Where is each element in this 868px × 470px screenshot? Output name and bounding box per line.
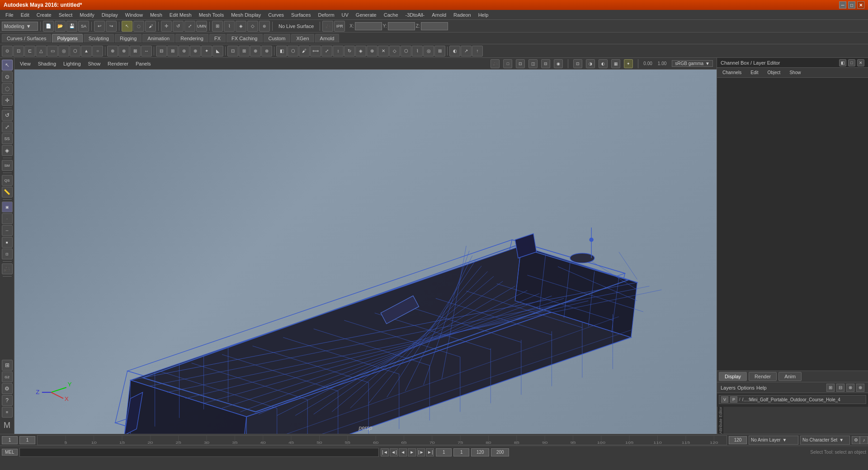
rotate-button[interactable]: ↺ bbox=[2, 110, 13, 121]
panel-btn1[interactable]: ◧ bbox=[839, 59, 846, 66]
measure-button[interactable]: 📏 bbox=[2, 187, 13, 197]
quad-draw-icon[interactable]: ⊞ bbox=[434, 46, 445, 56]
frame-end-input[interactable] bbox=[729, 436, 747, 444]
layer-btn2[interactable]: ⊟ bbox=[836, 384, 844, 392]
maximize-button[interactable]: □ bbox=[848, 1, 855, 9]
poly-boolean-icon[interactable]: ⊠ bbox=[130, 46, 141, 56]
paint-select-button[interactable]: ⊙ bbox=[2, 71, 13, 82]
go-to-start-button[interactable]: |◄ bbox=[381, 448, 389, 456]
menu-edit-mesh[interactable]: Edit Mesh bbox=[166, 11, 195, 19]
layer-btn4[interactable]: ⊕ bbox=[856, 384, 864, 392]
render-button[interactable]: 🎥 bbox=[322, 21, 333, 32]
layers-menu-layers[interactable]: Layers bbox=[721, 385, 736, 390]
lasso-button[interactable]: ◌ bbox=[2, 83, 13, 94]
target-weld-icon[interactable]: ◎ bbox=[423, 46, 434, 56]
z-input[interactable] bbox=[421, 22, 448, 30]
snap-point-button[interactable]: ◈ bbox=[236, 21, 246, 32]
panel-btn2[interactable]: □ bbox=[848, 59, 855, 66]
tab-custom[interactable]: Custom bbox=[264, 34, 291, 42]
save-as-button[interactable]: SA bbox=[78, 21, 89, 32]
character-set-dropdown[interactable]: No Character Set ▼ bbox=[800, 436, 850, 445]
x-input[interactable] bbox=[355, 22, 382, 30]
transform-icon[interactable]: ⤢ bbox=[321, 46, 332, 56]
tab-fx[interactable]: FX bbox=[209, 34, 226, 42]
settings-button[interactable]: ⚙ bbox=[2, 383, 13, 394]
spin-icon[interactable]: ↻ bbox=[344, 46, 355, 56]
step-forward-button[interactable]: |► bbox=[417, 448, 425, 456]
slide-edge-icon[interactable]: ⟺ bbox=[310, 46, 321, 56]
menu-arnold[interactable]: Arnold bbox=[428, 11, 450, 19]
bridge-icon[interactable]: ⊞ bbox=[167, 46, 178, 56]
soft-select-button[interactable]: SS bbox=[2, 133, 13, 144]
frame-start-input[interactable] bbox=[2, 436, 18, 444]
range-start-input[interactable] bbox=[436, 448, 452, 456]
menu-radeon[interactable]: Radeon bbox=[450, 11, 475, 19]
mel-python-selector[interactable]: MEL bbox=[2, 449, 18, 456]
tab-curves-surfaces[interactable]: Curves / Surfaces bbox=[2, 34, 51, 42]
open-file-button[interactable]: 📂 bbox=[55, 21, 66, 32]
menu-select[interactable]: Select bbox=[55, 11, 76, 19]
merge-icon[interactable]: ⊕ bbox=[367, 46, 377, 56]
display-tab-render[interactable]: Render bbox=[749, 372, 777, 381]
polygon-cone-icon[interactable]: △ bbox=[36, 46, 47, 56]
layer-name[interactable]: /…:Mini_Golf_Portable_Outdoor_Course_Hol… bbox=[742, 397, 864, 402]
poly-separate-icon[interactable]: ⊗ bbox=[118, 46, 129, 56]
face-mode-button[interactable]: ■ bbox=[2, 237, 13, 248]
layers-menu-options[interactable]: Options bbox=[737, 385, 755, 390]
ipr-button[interactable]: IPR bbox=[334, 21, 345, 32]
menu-deform[interactable]: Deform bbox=[314, 11, 338, 19]
y-input[interactable] bbox=[388, 22, 415, 30]
polygon-plane-icon[interactable]: ▭ bbox=[47, 46, 58, 56]
tab-polygons[interactable]: Polygons bbox=[52, 34, 82, 42]
layers-menu-help[interactable]: Help bbox=[756, 385, 767, 390]
menu-help[interactable]: Help bbox=[475, 11, 492, 19]
menu-mesh-display[interactable]: Mesh Display bbox=[227, 11, 264, 19]
extrude-icon[interactable]: ⊟ bbox=[156, 46, 167, 56]
cb-menu-object[interactable]: Object bbox=[764, 69, 784, 76]
modeling-dropdown[interactable]: Modeling ▼ bbox=[2, 22, 38, 31]
chamfer-icon[interactable]: ◇ bbox=[389, 46, 400, 56]
flip-icon[interactable]: ↕ bbox=[333, 46, 344, 56]
polygon-torus-icon[interactable]: ◎ bbox=[58, 46, 69, 56]
anim-layer-dropdown[interactable]: No Anim Layer ▼ bbox=[749, 436, 798, 445]
tab-animation[interactable]: Animation bbox=[142, 34, 175, 42]
cb-menu-channels[interactable]: Channels bbox=[719, 69, 745, 76]
go-to-end-button[interactable]: ►| bbox=[426, 448, 434, 456]
step-back-button[interactable]: ◄| bbox=[390, 448, 398, 456]
menu-3dto[interactable]: -3DtoAll- bbox=[402, 11, 429, 19]
play-forward-button[interactable]: ► bbox=[408, 448, 416, 456]
attribute-editor-label[interactable]: Attribute Editor bbox=[717, 407, 723, 434]
close-button[interactable]: ✕ bbox=[857, 1, 864, 9]
menu-mesh[interactable]: Mesh bbox=[146, 11, 166, 19]
settings-small-btn[interactable]: ⚙ bbox=[852, 436, 860, 444]
polygon-cylinder-icon[interactable]: ⊏ bbox=[24, 46, 35, 56]
timeline-area[interactable]: 5 10 15 20 25 30 35 40 45 50 5 bbox=[37, 435, 727, 445]
smooth-icon[interactable]: ◐ bbox=[449, 46, 460, 56]
move-tool-button[interactable]: ✛ bbox=[161, 21, 172, 32]
paint-select-button[interactable]: 🖌 bbox=[145, 21, 156, 32]
viewport-3d-scene[interactable]: Y X Z bbox=[14, 58, 717, 434]
detach-icon[interactable]: ⊗ bbox=[261, 46, 272, 56]
menu-curves[interactable]: Curves bbox=[264, 11, 288, 19]
menu-mesh-tools[interactable]: Mesh Tools bbox=[195, 11, 227, 19]
tab-arnold[interactable]: Arnold bbox=[315, 34, 340, 42]
tab-rigging[interactable]: Rigging bbox=[115, 34, 142, 42]
soften-icon[interactable]: ↗ bbox=[461, 46, 472, 56]
poly-mirror-icon[interactable]: ↔ bbox=[141, 46, 152, 56]
layer-btn1[interactable]: ⊞ bbox=[826, 384, 835, 392]
camera-button[interactable]: 🎥 bbox=[2, 263, 13, 274]
edge-mode-button[interactable]: ─ bbox=[2, 225, 13, 236]
tab-xgen[interactable]: XGen bbox=[291, 34, 314, 42]
viewport[interactable]: View Shading Lighting Show Renderer Pane… bbox=[14, 58, 717, 434]
polygon-cube-icon[interactable]: ⊡ bbox=[13, 46, 24, 56]
snap-grid-button[interactable]: ⊞ bbox=[212, 21, 223, 32]
collapse-icon[interactable]: ◈ bbox=[355, 46, 366, 56]
menu-edit[interactable]: Edit bbox=[17, 11, 33, 19]
range-current-input[interactable] bbox=[453, 448, 469, 456]
minimize-button[interactable]: ─ bbox=[839, 1, 846, 9]
menu-modify[interactable]: Modify bbox=[76, 11, 98, 19]
fill-hole-icon[interactable]: ⊛ bbox=[179, 46, 189, 56]
bevel-icon[interactable]: ⬡ bbox=[401, 46, 411, 56]
lasso-select-button[interactable]: ◌ bbox=[133, 21, 144, 32]
grid-button[interactable]: ⊞ bbox=[2, 360, 13, 371]
